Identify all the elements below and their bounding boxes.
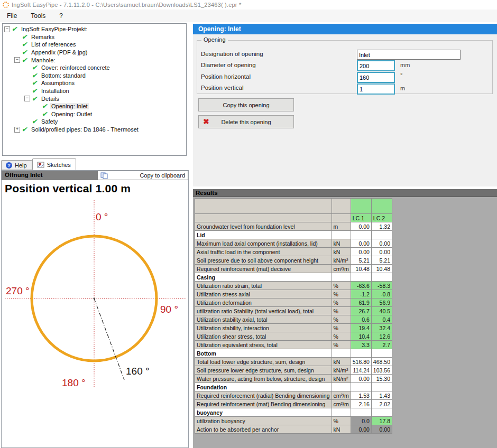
- menu-tools[interactable]: Tools: [24, 11, 52, 21]
- results-header: Results: [193, 189, 497, 197]
- copy-to-clipboard-button[interactable]: Copy to clipboard: [97, 171, 188, 180]
- result-lc2-cell: [371, 231, 392, 239]
- result-label-cell: Axial traffic load in the component: [195, 248, 332, 256]
- results-header-row-2: LC 1 LC 2: [195, 214, 392, 222]
- result-unit-cell: %: [332, 282, 351, 290]
- tree-item[interactable]: −✔Details: [3, 95, 186, 102]
- sketch-title-bar: Öffnung Inlet: [2, 171, 97, 180]
- collapse-box-icon[interactable]: −: [24, 96, 30, 101]
- tree-item-label[interactable]: Installation: [40, 88, 70, 94]
- position-horizontal-input[interactable]: [357, 72, 395, 83]
- results-data-row: Utilization ratio strain, total%-63.6-58…: [195, 282, 392, 290]
- app-logo-icon: [3, 2, 9, 8]
- result-lc2-cell: 0.4: [371, 315, 392, 324]
- tree-item[interactable]: ✔Installation: [3, 87, 186, 95]
- tree-item[interactable]: −✔IngSoft EasyPipe-Projekt:: [3, 25, 186, 33]
- tree-item-label[interactable]: Appendix (PDF & jpg): [30, 49, 88, 55]
- result-lc2-cell: 468.50: [371, 358, 392, 366]
- menu-help[interactable]: ?: [52, 11, 70, 21]
- collapse-box-icon[interactable]: −: [14, 57, 20, 63]
- tree-item-label[interactable]: Details: [40, 96, 60, 102]
- tree-item[interactable]: +✔Solid/profiled pipes: Da 1846 - Thermo…: [3, 126, 186, 134]
- tree-item-label[interactable]: Cover: reinforced concrete: [40, 64, 111, 71]
- diameter-input[interactable]: [357, 60, 395, 71]
- result-label-cell: Lid: [195, 231, 332, 239]
- result-lc1-cell: 0.00: [351, 425, 371, 434]
- results-data-row: Required reinforcement (radial) Bending …: [195, 391, 392, 400]
- result-lc1-cell: 10.48: [351, 265, 371, 273]
- tab-help[interactable]: ? Help: [1, 160, 32, 170]
- delete-opening-button[interactable]: ✖ Delete this opening: [198, 115, 294, 128]
- result-unit-cell: kN/m²: [332, 366, 351, 375]
- tree-item-label[interactable]: Bottom: standard: [40, 72, 87, 79]
- result-unit-cell: %: [332, 341, 351, 349]
- lc2-header: LC 2: [371, 214, 392, 222]
- position-vertical-input[interactable]: [357, 83, 395, 95]
- results-section-row: Foundation: [195, 383, 392, 391]
- position-horizontal-label: Position horizontal: [201, 73, 251, 80]
- tree-item[interactable]: ✔List of references: [3, 41, 186, 49]
- results-data-row: Required reinforcement (mat) decisivecm²…: [195, 265, 392, 273]
- result-label-cell: Utilization stability axial, total: [195, 315, 332, 324]
- result-unit-cell: %: [332, 417, 351, 425]
- result-lc2-cell: 2.02: [371, 400, 392, 408]
- result-lc1-cell: -63.6: [351, 282, 371, 290]
- result-lc2-cell: [371, 383, 392, 391]
- tree-item-label[interactable]: Solid/profiled pipes: Da 1846 - Thermose…: [30, 126, 140, 133]
- result-lc1-cell: 61.9: [351, 298, 371, 307]
- results-header-row-1: [195, 199, 392, 214]
- tree-item[interactable]: ✔Cover: reinforced concrete: [3, 64, 186, 72]
- tree-item[interactable]: ✔Bottom: standard: [3, 72, 186, 80]
- result-lc2-cell: 0.00: [371, 248, 392, 256]
- result-label-cell: Casing: [195, 273, 332, 282]
- angle-label-180: 180 °: [62, 377, 86, 388]
- tree-item-label[interactable]: List of references: [30, 41, 77, 48]
- tree-item[interactable]: −✔Manhole:: [3, 56, 186, 64]
- opening-panel-header: Opening: Inlet: [193, 24, 497, 34]
- results-data-row: Total load lower edge structure, sum, de…: [195, 358, 392, 366]
- title-bar: IngSoft EasyPipe - 7.1.11.2.0 - C:\Users…: [0, 0, 497, 10]
- designation-input[interactable]: [357, 50, 461, 60]
- copy-icon: [100, 172, 108, 179]
- copy-opening-button[interactable]: Copy this opening: [198, 98, 294, 111]
- position-diagram: 0 ° 90 ° 180 ° 270 ° 160 °: [2, 194, 188, 446]
- tree-item[interactable]: ✔Safety: [3, 118, 186, 126]
- result-lc1-cell: 5.21: [351, 256, 371, 265]
- result-label-cell: Utilization equivalent stress, total: [195, 341, 332, 349]
- green-check-icon: ✔: [22, 49, 29, 56]
- result-label-cell: Required reinforcement (mat) decisive: [195, 265, 332, 273]
- tree-item-label[interactable]: Remarks: [30, 34, 56, 40]
- results-data-row: Groundwater level from foundation levelm…: [195, 222, 392, 231]
- menu-file[interactable]: File: [0, 11, 24, 21]
- tree-item-label[interactable]: Opening: Inlet: [50, 103, 89, 109]
- result-lc2-cell: 32.4: [371, 324, 392, 332]
- tree-item-label[interactable]: Manhole:: [30, 57, 56, 63]
- results-data-row: Water pressure, acting from below, struc…: [195, 375, 392, 383]
- tab-sketches[interactable]: Sketches: [32, 158, 76, 170]
- angle-label-position: 160 °: [126, 366, 150, 377]
- tree-item[interactable]: ✔Opening: Outlet: [3, 110, 186, 118]
- sketch-caption: Position vertical 1.00 m: [5, 182, 131, 195]
- collapse-box-icon[interactable]: −: [4, 26, 10, 32]
- green-check-icon: ✔: [32, 95, 39, 102]
- tree-item-label[interactable]: Opening: Outlet: [50, 111, 93, 117]
- result-label-cell: buoyancy: [195, 408, 332, 417]
- result-label-cell: Total load lower edge structure, sum, de…: [195, 358, 332, 366]
- result-unit-cell: %: [332, 298, 351, 307]
- tree-item-label[interactable]: IngSoft EasyPipe-Projekt:: [20, 26, 88, 32]
- result-lc2-cell: 15.30: [371, 375, 392, 383]
- result-unit-cell: %: [332, 332, 351, 341]
- tree-item[interactable]: ✔Assumptions: [3, 79, 186, 87]
- tree-item[interactable]: ✔Opening: Inlet: [3, 102, 186, 110]
- result-label-cell: Required reinforcement (radial) Bending …: [195, 391, 332, 400]
- tree-item[interactable]: ✔Appendix (PDF & jpg): [3, 49, 186, 57]
- results-data-row: Utilization deformation%61.956.9: [195, 298, 392, 307]
- result-unit-cell: [332, 273, 351, 282]
- tree-item[interactable]: ✔Remarks: [3, 33, 186, 41]
- project-tree: −✔IngSoft EasyPipe-Projekt:✔Remarks✔List…: [2, 23, 187, 156]
- results-data-row: Action to be absorbed per anchorkN0.000.…: [195, 425, 392, 434]
- tree-item-label[interactable]: Safety: [40, 118, 59, 125]
- result-lc1-cell: [351, 231, 371, 239]
- expand-box-icon[interactable]: +: [14, 127, 20, 133]
- tree-item-label[interactable]: Assumptions: [40, 80, 76, 86]
